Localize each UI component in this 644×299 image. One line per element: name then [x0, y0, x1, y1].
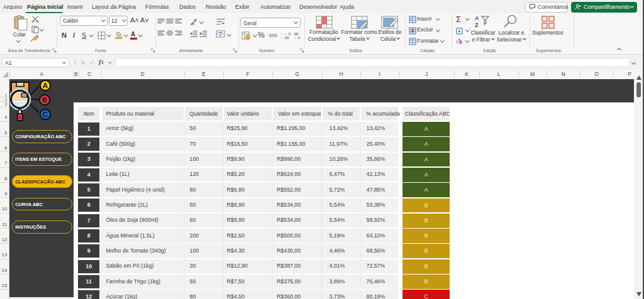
svg-text:C: C: [43, 111, 48, 118]
svg-text:B: B: [42, 96, 47, 104]
svg-text:ab: ab: [191, 22, 195, 26]
svg-text:A: A: [43, 82, 48, 89]
svg-text:Z: Z: [475, 22, 479, 28]
svg-text:A: A: [475, 15, 479, 21]
